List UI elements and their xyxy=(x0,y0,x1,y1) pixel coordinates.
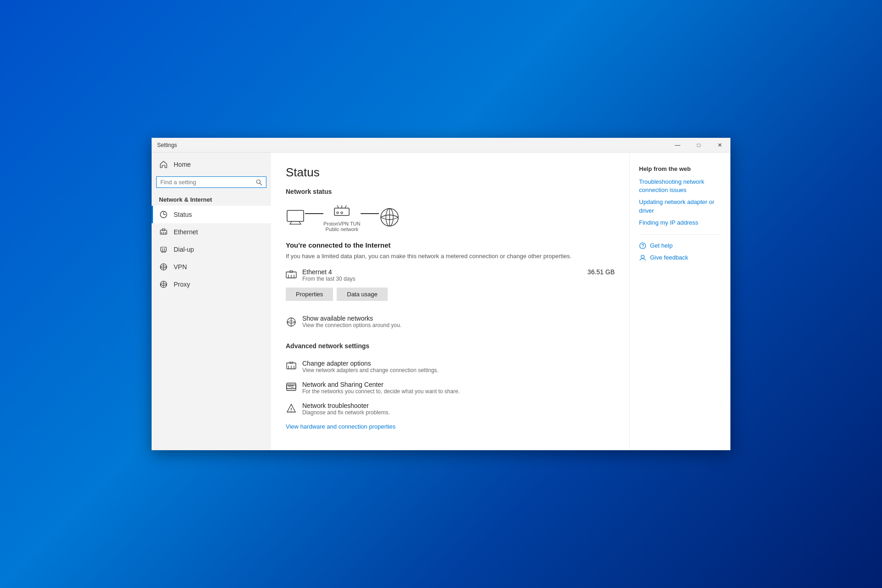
svg-point-28 xyxy=(341,212,343,214)
give-feedback-icon xyxy=(639,254,646,261)
show-networks-sub: View the connection options around you. xyxy=(302,322,401,328)
help-divider xyxy=(639,234,721,235)
sharing-center-item[interactable]: Network and Sharing Center For the netwo… xyxy=(286,377,615,398)
ethernet-details: Ethernet 4 From the last 30 days xyxy=(302,268,582,282)
svg-point-0 xyxy=(257,180,260,183)
titlebar: Settings — □ ✕ xyxy=(152,138,730,153)
right-panel: Help from the web Troubleshooting networ… xyxy=(629,153,730,450)
ethernet-size: 36.51 GB xyxy=(588,268,615,276)
svg-point-53 xyxy=(641,255,645,258)
adapter-sub: View network adapters and change connect… xyxy=(302,367,439,373)
page-title: Status xyxy=(286,165,615,180)
troubleshooter-title: Network troubleshooter xyxy=(302,402,390,409)
adapter-options-item[interactable]: Change adapter options View network adap… xyxy=(286,356,615,377)
troubleshoot-link[interactable]: Troubleshooting network connection issue… xyxy=(639,178,721,194)
show-networks[interactable]: Show available networks View the connect… xyxy=(286,310,615,333)
sidebar-item-proxy[interactable]: Proxy xyxy=(152,276,271,293)
sharing-sub: For the networks you connect to, decide … xyxy=(302,388,460,395)
svg-rect-14 xyxy=(164,250,165,251)
sidebar-item-ethernet[interactable]: Ethernet xyxy=(152,223,271,241)
sidebar-section-title: Network & Internet xyxy=(152,192,271,206)
proxy-icon xyxy=(159,280,168,289)
svg-rect-10 xyxy=(161,247,166,251)
svg-point-52 xyxy=(642,247,643,248)
sidebar-item-label: Ethernet xyxy=(174,228,198,236)
search-input[interactable] xyxy=(160,179,256,186)
ethernet-info-icon xyxy=(286,269,297,280)
svg-line-20 xyxy=(290,221,292,224)
connected-subtext: If you have a limited data plan, you can… xyxy=(286,252,615,261)
connected-text: You're connected to the Internet xyxy=(286,241,615,249)
networks-icon xyxy=(286,317,297,328)
ethernet-info: Ethernet 4 From the last 30 days 36.51 G… xyxy=(286,268,615,282)
dialup-icon xyxy=(159,245,168,254)
show-networks-text: Show available networks View the connect… xyxy=(302,315,401,328)
search-icon xyxy=(256,179,262,186)
content-area: Home Network & Internet xyxy=(152,153,730,450)
network-status-title: Network status xyxy=(286,188,615,195)
sidebar-item-status[interactable]: Status xyxy=(152,206,271,223)
get-help-label: Get help xyxy=(650,242,673,249)
computer-svg xyxy=(286,209,305,226)
globe-icon-container xyxy=(379,207,400,228)
svg-point-50 xyxy=(291,411,292,412)
get-help-action[interactable]: Get help xyxy=(639,242,721,249)
ethernet-sub: From the last 30 days xyxy=(302,276,582,282)
sidebar: Home Network & Internet xyxy=(152,153,271,450)
sidebar-item-label: Proxy xyxy=(174,281,190,288)
give-feedback-label: Give feedback xyxy=(650,254,688,261)
svg-point-27 xyxy=(337,212,339,214)
adapter-text: Change adapter options View network adap… xyxy=(302,360,439,373)
main-content: Status Network status xyxy=(271,153,629,450)
sharing-text: Network and Sharing Center For the netwo… xyxy=(302,381,460,395)
help-title: Help from the web xyxy=(639,165,721,172)
svg-rect-11 xyxy=(162,249,163,249)
troubleshooter-sub: Diagnose and fix network problems. xyxy=(302,409,390,416)
maximize-button[interactable]: □ xyxy=(688,138,709,153)
ethernet-name: Ethernet 4 xyxy=(302,268,582,276)
svg-line-1 xyxy=(260,183,262,185)
troubleshooter-icon xyxy=(286,403,297,414)
window-controls: — □ ✕ xyxy=(667,138,730,152)
show-networks-title: Show available networks xyxy=(302,315,401,322)
get-help-icon xyxy=(639,242,646,249)
action-buttons: Properties Data usage xyxy=(286,288,615,301)
home-button[interactable]: Home xyxy=(152,156,271,173)
net-line-1 xyxy=(305,213,323,214)
properties-button[interactable]: Properties xyxy=(286,288,333,301)
give-feedback-action[interactable]: Give feedback xyxy=(639,254,721,261)
update-adapter-link[interactable]: Updating network adapter or driver xyxy=(639,198,721,215)
net-line-2 xyxy=(361,213,379,214)
vpn-label: ProtonVPN TUN Public network xyxy=(323,221,361,232)
sidebar-item-label: Dial-up xyxy=(174,246,194,253)
troubleshooter-item[interactable]: Network troubleshooter Diagnose and fix … xyxy=(286,398,615,419)
sidebar-item-label: VPN xyxy=(174,263,187,271)
sharing-title: Network and Sharing Center xyxy=(302,381,460,388)
svg-rect-12 xyxy=(164,249,165,249)
sharing-icon xyxy=(286,382,297,393)
sidebar-item-vpn[interactable]: VPN xyxy=(152,258,271,276)
home-icon xyxy=(159,160,168,169)
home-label: Home xyxy=(174,161,191,168)
router-icon-container: ProtonVPN TUN Public network xyxy=(323,203,361,232)
sidebar-item-dialup[interactable]: Dial-up xyxy=(152,241,271,258)
find-ip-link[interactable]: Finding my IP address xyxy=(639,219,721,227)
network-diagram: ProtonVPN TUN Public network xyxy=(286,203,615,232)
settings-window: Settings — □ ✕ Home xyxy=(152,138,730,450)
vpn-icon xyxy=(159,262,168,271)
status-icon xyxy=(159,210,168,219)
window-title: Settings xyxy=(157,142,177,148)
svg-rect-19 xyxy=(287,210,304,221)
adapter-title: Change adapter options xyxy=(302,360,439,367)
svg-line-26 xyxy=(345,205,346,208)
sidebar-item-label: Status xyxy=(174,211,192,218)
svg-rect-13 xyxy=(162,250,163,251)
ethernet-icon xyxy=(159,227,168,237)
computer-icon-container xyxy=(286,209,305,226)
search-box[interactable] xyxy=(156,176,266,188)
router-svg xyxy=(332,203,351,219)
view-properties-link[interactable]: View hardware and connection properties xyxy=(286,423,396,430)
minimize-button[interactable]: — xyxy=(667,138,688,153)
data-usage-button[interactable]: Data usage xyxy=(337,288,388,301)
close-button[interactable]: ✕ xyxy=(709,138,730,153)
